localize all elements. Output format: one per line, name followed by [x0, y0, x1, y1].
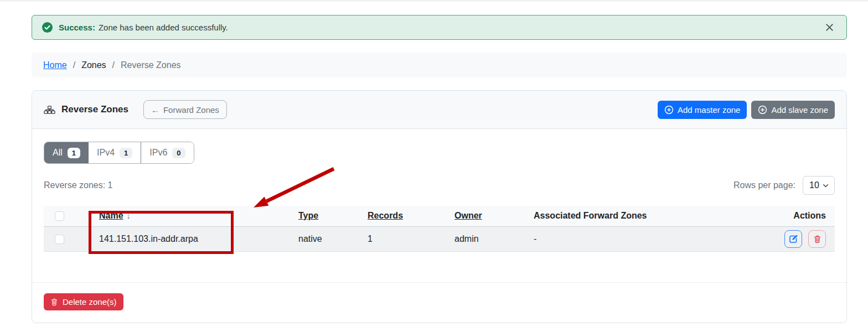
- edit-zone-button[interactable]: [784, 230, 802, 248]
- trash-icon: [50, 298, 58, 306]
- plus-circle-icon: [758, 105, 767, 115]
- zone-name-cell: 141.151.103.in-addr.arpa: [99, 226, 298, 251]
- sort-desc-icon: ↓: [127, 211, 131, 220]
- back-arrow-icon: ←: [151, 105, 159, 115]
- column-header-owner[interactable]: Owner: [454, 211, 482, 220]
- row-checkbox[interactable]: [55, 235, 64, 244]
- success-alert: Success: Zone has been added successfull…: [32, 15, 847, 40]
- reverse-zones-card: Reverse Zones ← Forward Zones Add master…: [32, 90, 847, 323]
- zone-type-cell: native: [298, 226, 368, 251]
- rows-per-page-value: 10: [809, 180, 819, 190]
- page: Success: Zone has been added successfull…: [0, 0, 868, 332]
- sitemap-icon: [44, 105, 55, 115]
- column-header-actions: Actions: [793, 211, 826, 220]
- success-check-icon: [42, 22, 53, 33]
- rows-per-page-label: Rows per page:: [733, 180, 795, 190]
- plus-circle-icon: [664, 105, 674, 115]
- edit-pencil-icon: [789, 235, 798, 243]
- forward-zones-label: Forward Zones: [163, 105, 219, 115]
- tab-ipv4-count-badge: 1: [120, 148, 132, 158]
- add-slave-zone-label: Add slave zone: [771, 105, 828, 115]
- table-header-row: Name↓ Type Records Owner Associated Forw…: [44, 206, 835, 226]
- add-master-zone-label: Add master zone: [678, 105, 740, 115]
- tab-all-count-badge: 1: [68, 148, 80, 158]
- zones-table: Name↓ Type Records Owner Associated Forw…: [44, 206, 835, 252]
- tab-all-label: All: [53, 148, 63, 158]
- rows-per-page-select[interactable]: 10: [803, 176, 835, 195]
- page-title: Reverse Zones: [61, 104, 128, 115]
- top-divider: [0, 0, 868, 1]
- column-header-type[interactable]: Type: [298, 211, 318, 220]
- tab-ipv4[interactable]: IPv4 1: [89, 142, 141, 163]
- zone-owner-cell: admin: [454, 226, 534, 251]
- alert-message: Zone has been added successfully.: [99, 23, 228, 32]
- breadcrumb-home-link[interactable]: Home: [43, 60, 67, 70]
- zone-count-text: Reverse zones: 1: [44, 180, 113, 190]
- chevron-down-icon: [822, 182, 829, 189]
- delete-zones-button[interactable]: Delete zone(s): [44, 293, 123, 310]
- tab-ipv6-label: IPv6: [149, 148, 167, 158]
- add-slave-zone-button[interactable]: Add slave zone: [751, 101, 835, 119]
- trash-icon: [813, 235, 822, 243]
- delete-zones-label: Delete zone(s): [63, 297, 117, 307]
- breadcrumb-item-zones: Zones: [81, 60, 106, 70]
- delete-zone-button[interactable]: [808, 230, 826, 248]
- rows-per-page: Rows per page: 10: [733, 176, 835, 195]
- zone-associated-cell: -: [534, 226, 763, 251]
- card-footer: Delete zone(s): [32, 282, 846, 323]
- add-master-zone-button[interactable]: Add master zone: [658, 101, 747, 119]
- column-header-name[interactable]: Name: [99, 211, 123, 220]
- zone-table-row: 141.151.103.in-addr.arpa native 1 admin …: [44, 226, 835, 251]
- breadcrumb: Home / Zones / Reverse Zones: [32, 53, 847, 77]
- tab-ipv4-label: IPv4: [97, 148, 115, 158]
- breadcrumb-current-page: Reverse Zones: [121, 60, 181, 70]
- tab-ipv6[interactable]: IPv6 0: [141, 142, 193, 163]
- select-all-checkbox[interactable]: [55, 211, 64, 221]
- zone-filter-tabs: All 1 IPv4 1 IPv6 0: [44, 142, 194, 164]
- alert-close-button[interactable]: [823, 20, 836, 34]
- table-controls: Reverse zones: 1 Rows per page: 10: [44, 176, 835, 195]
- forward-zones-button[interactable]: ← Forward Zones: [143, 100, 227, 119]
- close-icon: [825, 23, 834, 32]
- alert-label: Success:: [59, 23, 95, 32]
- card-body: All 1 IPv4 1 IPv6 0 Reverse zones: 1 Row…: [32, 129, 846, 282]
- card-header: Reverse Zones ← Forward Zones Add master…: [32, 91, 846, 129]
- tab-all[interactable]: All 1: [44, 142, 89, 163]
- zone-records-cell: 1: [368, 226, 454, 251]
- tab-ipv6-count-badge: 0: [172, 148, 185, 158]
- column-header-associated-forward-zones: Associated Forward Zones: [534, 211, 647, 220]
- breadcrumb-separator: /: [73, 60, 75, 70]
- breadcrumb-separator: /: [112, 60, 115, 70]
- column-header-records[interactable]: Records: [368, 211, 403, 220]
